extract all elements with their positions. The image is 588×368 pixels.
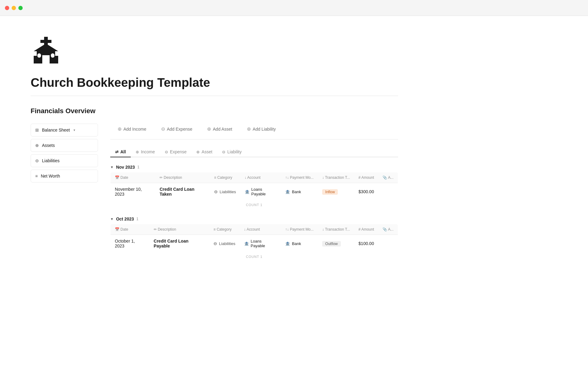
cell-cat-nov: ⊖ Liabilities bbox=[210, 183, 240, 201]
svg-rect-1 bbox=[40, 40, 51, 43]
amount-col-icon: # bbox=[359, 175, 361, 180]
col-category-oct: ≡ Category bbox=[209, 224, 239, 235]
add-liability-button[interactable]: ⊕ Add Liability bbox=[239, 124, 283, 134]
add-asset-button[interactable]: ⊕ Add Asset bbox=[200, 124, 239, 134]
svg-rect-8 bbox=[55, 56, 58, 63]
payment-icon-oct: 🏦 bbox=[285, 241, 290, 246]
assets-icon: ⊕ bbox=[35, 143, 39, 148]
cell-account-nov: 🏦 Loans Payable bbox=[240, 183, 281, 201]
cell-trans-type-nov: Inflow bbox=[318, 183, 354, 201]
date-col-icon-oct: 📅 bbox=[115, 227, 120, 232]
tab-liability[interactable]: ⊖ Liability bbox=[217, 147, 247, 157]
col-transaction-type: ↓ Transaction T... bbox=[318, 172, 354, 183]
close-button[interactable] bbox=[5, 6, 9, 10]
sidebar-item-net-worth[interactable]: ≡ Net Worth bbox=[31, 170, 98, 182]
col-category: ≡ Category bbox=[210, 172, 240, 183]
add-expense-button[interactable]: ⊖ Add Expense bbox=[154, 124, 200, 134]
table-oct-2023: 📅 Date ✏ Description ≡ Category bbox=[110, 224, 398, 252]
tab-income-label: Income bbox=[141, 149, 155, 154]
tab-expense[interactable]: ⊖ Expense bbox=[160, 147, 191, 157]
group-header-nov-2023[interactable]: ▼ Nov 2023 1 bbox=[110, 165, 398, 170]
group-chevron-oct-2023: ▼ bbox=[110, 217, 114, 221]
sidebar-item-assets[interactable]: ⊕ Assets bbox=[31, 139, 98, 152]
cat-col-icon: ≡ bbox=[214, 175, 217, 180]
add-income-icon: ⊕ bbox=[118, 126, 122, 132]
col-attachments: 📎 A... bbox=[378, 172, 398, 183]
financials-layout: ⊞ Balance Sheet ▾ ⊕ Assets ⊖ Liabilities… bbox=[31, 124, 398, 268]
col-account-oct: ↓ Account bbox=[240, 224, 281, 235]
svg-rect-3 bbox=[42, 55, 50, 63]
payment-col-icon: ↑↓ bbox=[285, 175, 290, 180]
col-description: ✏ Description bbox=[155, 172, 210, 183]
sidebar-item-liabilities-label: Liabilities bbox=[42, 158, 60, 163]
amount-col-icon-oct: # bbox=[359, 227, 361, 232]
tab-expense-label: Expense bbox=[170, 149, 187, 154]
col-date-oct: 📅 Date bbox=[111, 224, 149, 235]
desc-col-icon-oct: ✏ bbox=[154, 227, 158, 232]
cell-payment-oct: 🏦 Bank bbox=[281, 235, 318, 252]
church-icon bbox=[31, 34, 61, 65]
col-amount-oct: # Amount bbox=[354, 224, 379, 235]
cell-cat-oct: ⊖ Liabilities bbox=[209, 235, 239, 252]
tab-asset[interactable]: ⊕ Asset bbox=[191, 147, 217, 157]
group-oct-2023: ▼ Oct 2023 1 📅 Date ✏ Desc bbox=[110, 217, 398, 261]
section-title: Financials Overview bbox=[31, 107, 398, 115]
acct-icon-oct: 🏦 bbox=[244, 241, 249, 246]
svg-rect-4 bbox=[37, 53, 41, 58]
col-payment-mode-oct: ↑↓ Payment Mo... bbox=[281, 224, 318, 235]
cell-date-nov: November 10, 2023 bbox=[111, 183, 156, 201]
transaction-badge-nov: Inflow bbox=[322, 189, 338, 195]
tab-all-label: All bbox=[120, 149, 126, 154]
count-row-oct: COUNT 1 bbox=[110, 252, 398, 261]
add-income-button[interactable]: ⊕ Add Income bbox=[110, 124, 154, 134]
col-transaction-type-oct: ↓ Transaction T... bbox=[318, 224, 354, 235]
table-row-oct[interactable]: October 1, 2023 Credit Card Loan Payable… bbox=[111, 235, 398, 252]
balance-sheet-icon: ⊞ bbox=[35, 128, 39, 132]
transaction-badge-oct: Outflow bbox=[322, 241, 341, 247]
asset-tab-icon: ⊕ bbox=[196, 150, 200, 154]
tab-all[interactable]: ⇄ All bbox=[110, 147, 131, 157]
attach-col-icon-oct: 📎 bbox=[383, 227, 388, 232]
trans-col-icon-oct: ↓ bbox=[322, 227, 325, 232]
table-header-row: 📅 Date ✏ Description ≡ Category bbox=[111, 172, 398, 183]
cat-col-icon-oct: ≡ bbox=[213, 227, 217, 232]
all-tab-icon: ⇄ bbox=[115, 150, 119, 154]
sidebar-item-balance-sheet[interactable]: ⊞ Balance Sheet ▾ bbox=[31, 124, 98, 136]
group-chevron-nov-2023: ▼ bbox=[110, 165, 114, 169]
main-panel: ⊕ Add Income ⊖ Add Expense ⊕ Add Asset ⊕… bbox=[110, 124, 398, 268]
maximize-button[interactable] bbox=[18, 6, 23, 10]
add-liability-icon: ⊕ bbox=[247, 126, 251, 132]
add-expense-label: Add Expense bbox=[167, 127, 192, 132]
date-col-icon: 📅 bbox=[115, 175, 120, 180]
acct-col-icon-oct: ↓ bbox=[244, 227, 247, 232]
add-expense-icon: ⊖ bbox=[161, 126, 165, 132]
sidebar-item-assets-label: Assets bbox=[42, 143, 55, 148]
add-asset-label: Add Asset bbox=[213, 127, 232, 132]
expense-tab-icon: ⊖ bbox=[165, 150, 168, 154]
sidebar-item-balance-sheet-label: Balance Sheet bbox=[42, 128, 70, 132]
cell-desc-oct: Credit Card Loan Payable bbox=[149, 235, 209, 252]
attach-col-icon: 📎 bbox=[383, 175, 388, 180]
svg-rect-7 bbox=[34, 56, 37, 63]
desc-col-icon: ✏ bbox=[160, 175, 164, 180]
col-account: ↓ Account bbox=[240, 172, 281, 183]
minimize-button[interactable] bbox=[12, 6, 16, 10]
cell-desc-nov: Credit Card Loan Taken bbox=[155, 183, 210, 201]
add-liability-label: Add Liability bbox=[253, 127, 276, 132]
group-label-nov-2023: Nov 2023 bbox=[116, 165, 135, 170]
tab-income[interactable]: ⊕ Income bbox=[131, 147, 160, 157]
cell-date-oct: October 1, 2023 bbox=[111, 235, 149, 252]
group-nov-2023: ▼ Nov 2023 1 📅 Date ✏ Desc bbox=[110, 165, 398, 209]
svg-rect-5 bbox=[51, 53, 55, 58]
cell-account-oct: 🏦 Loans Payable bbox=[240, 235, 281, 252]
add-asset-icon: ⊕ bbox=[207, 126, 211, 132]
logo-area bbox=[31, 34, 398, 66]
sidebar: ⊞ Balance Sheet ▾ ⊕ Assets ⊖ Liabilities… bbox=[31, 124, 98, 182]
action-buttons-row: ⊕ Add Income ⊖ Add Expense ⊕ Add Asset ⊕… bbox=[110, 124, 398, 140]
group-header-oct-2023[interactable]: ▼ Oct 2023 1 bbox=[110, 217, 398, 221]
group-count-nov-2023: 1 bbox=[137, 165, 139, 169]
table-row[interactable]: November 10, 2023 Credit Card Loan Taken… bbox=[111, 183, 398, 201]
cell-amount-oct: $100.00 bbox=[354, 235, 379, 252]
acct-icon-nov: 🏦 bbox=[245, 190, 250, 194]
sidebar-item-liabilities[interactable]: ⊖ Liabilities bbox=[31, 154, 98, 167]
